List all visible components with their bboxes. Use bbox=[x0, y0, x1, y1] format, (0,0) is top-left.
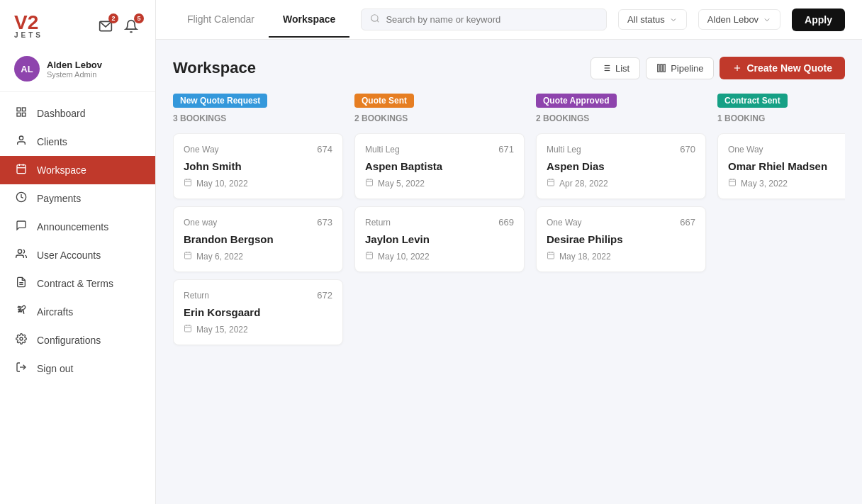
sidebar-item-contract[interactable]: Contract & Terms bbox=[0, 269, 155, 298]
table-row[interactable]: One Way 668 Omar Rhiel Madsen May 3, 202… bbox=[717, 133, 845, 199]
svg-rect-37 bbox=[185, 325, 191, 332]
mail-badge: 2 bbox=[108, 13, 118, 23]
col-header-quote-approved: Quote Approved2 BOOKINGS bbox=[536, 94, 706, 123]
card-type: Multi Leg bbox=[365, 145, 400, 155]
card-name: Aspen Baptista bbox=[365, 160, 514, 172]
date-text: May 15, 2022 bbox=[196, 325, 248, 335]
search-icon bbox=[370, 13, 380, 26]
card-id: 673 bbox=[317, 217, 332, 228]
logo-jets: JETS bbox=[14, 31, 43, 39]
date-text: May 5, 2022 bbox=[378, 179, 425, 189]
calendar-icon bbox=[365, 178, 374, 189]
svg-rect-29 bbox=[185, 179, 191, 186]
card-top: Multi Leg 671 bbox=[365, 144, 514, 155]
sidebar-label-clients: Clients bbox=[37, 136, 67, 147]
calendar-icon bbox=[184, 251, 192, 262]
card-date: May 5, 2022 bbox=[365, 178, 514, 189]
contract-icon bbox=[14, 276, 28, 291]
status-filter[interactable]: All status bbox=[618, 9, 687, 30]
sidebar-item-workspace[interactable]: Workspace bbox=[0, 156, 155, 184]
card-top: Return 669 bbox=[365, 217, 514, 228]
card-name: Desirae Philips bbox=[547, 233, 695, 245]
sidebar-item-clients[interactable]: Clients bbox=[0, 128, 155, 156]
svg-rect-3 bbox=[22, 113, 26, 116]
table-row[interactable]: Return 672 Erin Korsgaard May 15, 2022 bbox=[173, 279, 343, 345]
search-bar[interactable] bbox=[361, 9, 607, 30]
sidebar-item-aircrafts[interactable]: Aircrafts bbox=[0, 298, 155, 326]
card-name: Erin Korsgaard bbox=[184, 306, 332, 318]
search-input[interactable] bbox=[386, 14, 598, 25]
calendar-icon bbox=[184, 324, 192, 335]
col-header-new-quote: New Quote Request3 BOOKINGS bbox=[173, 94, 343, 123]
calendar-icon bbox=[547, 251, 555, 262]
svg-rect-49 bbox=[548, 179, 554, 186]
pipeline-view-label: Pipeline bbox=[671, 63, 703, 74]
card-id: 674 bbox=[317, 144, 332, 155]
card-id: 670 bbox=[680, 144, 695, 155]
user-filter-label: Alden Lebov bbox=[707, 14, 759, 25]
sidebar-item-signout[interactable]: Sign out bbox=[0, 354, 155, 383]
clients-icon bbox=[14, 135, 28, 149]
calendar-icon bbox=[547, 178, 555, 189]
table-row[interactable]: Multi Leg 671 Aspen Baptista May 5, 2022 bbox=[354, 133, 525, 199]
apply-button[interactable]: Apply bbox=[792, 9, 845, 31]
svg-line-17 bbox=[377, 21, 379, 23]
sidebar-item-user-accounts[interactable]: User Accounts bbox=[0, 241, 155, 269]
svg-rect-26 bbox=[664, 65, 665, 72]
card-name: Jaylon Levin bbox=[365, 233, 514, 245]
configurations-icon bbox=[14, 333, 28, 347]
table-row[interactable]: One way 673 Brandon Bergson May 6, 2022 bbox=[173, 206, 343, 272]
date-text: Apr 28, 2022 bbox=[559, 179, 608, 189]
card-top: Multi Leg 670 bbox=[547, 144, 695, 155]
svg-rect-1 bbox=[17, 108, 21, 111]
sidebar-item-configurations[interactable]: Configurations bbox=[0, 326, 155, 354]
pipeline-view-button[interactable]: Pipeline bbox=[646, 57, 714, 79]
svg-rect-6 bbox=[17, 165, 26, 174]
list-view-button[interactable]: List bbox=[590, 57, 640, 79]
aircrafts-icon bbox=[14, 305, 28, 319]
card-type: One Way bbox=[728, 145, 763, 155]
kanban-col-contract-sent: Contract Sent1 BOOKING One Way 668 Omar … bbox=[717, 94, 845, 481]
sidebar-label-signout: Sign out bbox=[37, 363, 73, 374]
announcements-icon bbox=[14, 220, 28, 234]
svg-rect-4 bbox=[17, 113, 21, 116]
card-top: One Way 668 bbox=[728, 144, 845, 155]
dashboard-icon bbox=[14, 106, 28, 121]
tab-flight-calendar[interactable]: Flight Calendar bbox=[173, 2, 269, 38]
payments-icon bbox=[14, 191, 28, 206]
status-filter-label: All status bbox=[627, 14, 665, 25]
create-quote-label: Create New Quote bbox=[746, 62, 832, 74]
sidebar-item-dashboard[interactable]: Dashboard bbox=[0, 99, 155, 128]
svg-rect-33 bbox=[185, 252, 191, 259]
calendar-icon bbox=[184, 178, 192, 189]
card-id: 667 bbox=[680, 217, 695, 228]
tab-workspace[interactable]: Workspace bbox=[269, 2, 349, 38]
sidebar-item-payments[interactable]: Payments bbox=[0, 184, 155, 213]
user-role: System Admin bbox=[47, 70, 102, 79]
sidebar-item-announcements[interactable]: Announcements bbox=[0, 213, 155, 241]
card-id: 669 bbox=[498, 217, 514, 228]
workspace-icon bbox=[14, 163, 28, 177]
table-row[interactable]: Multi Leg 670 Aspen Dias Apr 28, 2022 bbox=[536, 133, 706, 199]
mail-icon-button[interactable]: 2 bbox=[96, 16, 116, 36]
col-badge-quote-sent: Quote Sent bbox=[354, 94, 414, 108]
workspace-area: Workspace List Pipeline Create New Quote… bbox=[156, 40, 862, 504]
svg-rect-45 bbox=[366, 252, 373, 259]
sidebar-label-dashboard: Dashboard bbox=[37, 108, 86, 119]
date-text: May 10, 2022 bbox=[196, 179, 248, 189]
table-row[interactable]: One Way 667 Desirae Philips May 18, 2022 bbox=[536, 206, 706, 272]
card-date: May 3, 2022 bbox=[728, 178, 845, 189]
card-top: One way 673 bbox=[184, 217, 332, 228]
nav-list: Dashboard Clients Workspace Payments Ann… bbox=[0, 92, 155, 504]
bell-icon-button[interactable]: 5 bbox=[121, 16, 141, 36]
sidebar-label-payments: Payments bbox=[37, 193, 81, 204]
calendar-icon bbox=[365, 251, 374, 262]
create-new-quote-button[interactable]: Create New Quote bbox=[720, 57, 845, 79]
date-text: May 18, 2022 bbox=[559, 252, 611, 262]
sidebar-label-workspace: Workspace bbox=[37, 164, 86, 176]
table-row[interactable]: Return 669 Jaylon Levin May 10, 2022 bbox=[354, 206, 525, 272]
sidebar-label-announcements: Announcements bbox=[37, 221, 108, 233]
col-count-new-quote: 3 BOOKINGS bbox=[173, 113, 343, 123]
table-row[interactable]: One Way 674 John Smith May 10, 2022 bbox=[173, 133, 343, 199]
user-filter[interactable]: Alden Lebov bbox=[698, 9, 780, 30]
